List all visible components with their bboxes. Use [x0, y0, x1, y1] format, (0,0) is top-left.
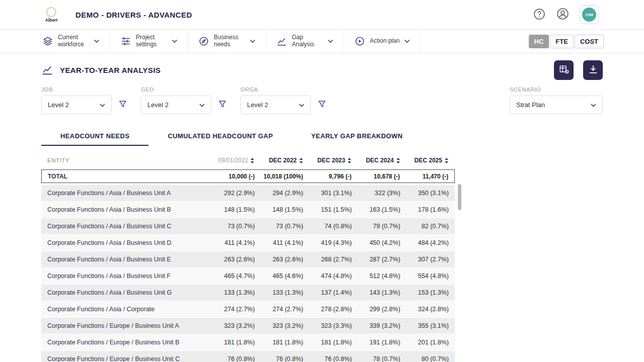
- nav-item-gap-analysis[interactable]: Gap Analysis: [266, 30, 344, 53]
- table-row[interactable]: Corporate Functions / Asia / Business Un…: [41, 285, 455, 301]
- nav-item-label: Action plan: [370, 38, 399, 45]
- workspace-avatar-button[interactable]: CSM: [580, 5, 599, 24]
- filter-group-geo: GEO Level 2: [141, 86, 230, 114]
- value-cell: 323 (3.3%): [309, 322, 358, 329]
- value-cell: 143 (1.3%): [358, 289, 406, 296]
- main-content: YEAR-TO-YEAR ANALYSIS: [0, 53, 644, 362]
- chevron-down-icon: [250, 39, 256, 43]
- nav-item-label: Project settings: [136, 34, 167, 48]
- chevron-down-icon: [328, 39, 334, 43]
- analysis-tabs: HEADCOUNT NEEDS CUMULATED HEADCOUNT GAP …: [41, 127, 603, 146]
- column-header-label: DEC 2025: [415, 157, 442, 164]
- table-row[interactable]: Corporate Functions / Europe / Business …: [41, 334, 455, 351]
- table-row[interactable]: Corporate Functions / Asia / Business Un…: [41, 185, 455, 202]
- entity-cell: Corporate Functions / Asia / Business Un…: [41, 223, 212, 230]
- entity-cell: Corporate Functions / Asia / Business Un…: [41, 256, 212, 263]
- value-cell: 181 (1.8%): [212, 339, 261, 346]
- geo-level-select[interactable]: Level 2: [141, 96, 211, 114]
- section-header: YEAR-TO-YEAR ANALYSIS: [41, 59, 603, 80]
- chevron-down-icon: [100, 101, 105, 109]
- workforce-layers-icon: [42, 36, 53, 47]
- geo-filter-button[interactable]: [215, 96, 230, 114]
- value-cell: 287 (2.7%): [358, 256, 406, 263]
- column-header-entity: ENTITY: [41, 157, 212, 163]
- tab-headcount-needs[interactable]: HEADCOUNT NEEDS: [41, 127, 148, 146]
- value-cell: 82 (0.7%): [407, 223, 455, 230]
- table-row[interactable]: Corporate Functions / Europe / Business …: [41, 318, 455, 334]
- value-cell: 339 (3.2%): [358, 322, 406, 329]
- help-button[interactable]: [533, 8, 546, 22]
- entity-cell: Corporate Functions / Asia / Business Un…: [41, 273, 212, 280]
- albert-logo[interactable]: Albert: [42, 7, 60, 23]
- line-chart-icon: [276, 36, 287, 47]
- filter-group-scenario: SCENARIO Strat Plan: [510, 86, 603, 114]
- nav-item-action-plan[interactable]: Action plan: [344, 30, 421, 53]
- value-cell: 133 (1.3%): [261, 289, 309, 296]
- table-row[interactable]: Corporate Functions / Asia / Business Un…: [41, 251, 455, 268]
- toggle-fte[interactable]: FTE: [550, 35, 574, 48]
- table-row[interactable]: Corporate Functions / Asia / Business Un…: [41, 202, 455, 218]
- nav-item-label: Business needs: [214, 34, 245, 48]
- header-actions: CSM: [533, 5, 599, 24]
- value-cell: 148 (1.5%): [261, 206, 309, 213]
- scenario-select[interactable]: Strat Plan: [510, 96, 603, 114]
- download-button[interactable]: [583, 60, 603, 80]
- table-settings-button[interactable]: [554, 60, 574, 80]
- value-cell: 292 (2.9%): [212, 190, 261, 197]
- value-cell: 10,018 (100%): [261, 173, 309, 180]
- table-row[interactable]: Corporate Functions / Asia / Corporate27…: [41, 301, 455, 318]
- value-cell: 299 (2.8%): [358, 306, 406, 313]
- orga-level-select[interactable]: Level 2: [240, 96, 311, 114]
- nav-item-current-workforce[interactable]: Current workforce: [42, 30, 110, 53]
- value-cell: 74 (0.8%): [309, 223, 358, 230]
- sort-icon: [396, 157, 400, 164]
- nav-item-project-settings[interactable]: Project settings: [110, 30, 188, 53]
- column-header-sortable[interactable]: 09/01/2022: [212, 157, 261, 164]
- chart-icon: [41, 64, 53, 76]
- value-cell: 76 (0.8%): [309, 355, 358, 362]
- filter-label: JOB: [41, 86, 130, 93]
- value-cell: 484 (4.2%): [407, 239, 455, 246]
- toggle-cost[interactable]: COST: [575, 35, 604, 48]
- select-value: Level 2: [147, 101, 169, 109]
- orga-filter-button[interactable]: [314, 96, 330, 114]
- tab-yearly-gap-breakdown[interactable]: YEARLY GAP BREAKDOWN: [292, 127, 422, 146]
- value-cell: 78 (0.7%): [358, 355, 406, 362]
- job-level-select[interactable]: Level 2: [41, 96, 112, 114]
- job-filter-button[interactable]: [115, 96, 130, 114]
- value-cell: 148 (1.5%): [212, 206, 261, 213]
- nav-item-business-needs[interactable]: Business needs: [188, 30, 266, 53]
- value-cell: 191 (1.8%): [358, 339, 406, 346]
- value-cell: 323 (3.2%): [212, 322, 261, 329]
- user-icon: [556, 7, 570, 22]
- value-cell: 322 (3%): [358, 190, 406, 197]
- value-cell: 465 (4.7%): [212, 273, 261, 280]
- value-cell: 307 (2.7%): [407, 256, 455, 263]
- value-cell: 411 (4.1%): [261, 239, 309, 246]
- sort-icon: [444, 157, 449, 164]
- column-header-sortable[interactable]: DEC 2022: [261, 157, 309, 164]
- table-row[interactable]: Corporate Functions / Asia / Business Un…: [41, 218, 455, 235]
- table-row[interactable]: Corporate Functions / Europe / Business …: [41, 351, 455, 362]
- table-header-row: ENTITY 09/01/2022 DEC 2022 DEC 2023: [41, 153, 455, 168]
- value-cell: 324 (2.8%): [407, 306, 455, 313]
- section-actions: [554, 60, 603, 80]
- entity-cell: TOTAL: [42, 173, 212, 180]
- tab-cumulated-headcount-gap[interactable]: CUMULATED HEADCOUNT GAP: [148, 127, 292, 146]
- table-scrollbar[interactable]: [458, 184, 461, 210]
- download-icon: [588, 64, 599, 76]
- column-header-label: DEC 2024: [366, 157, 393, 164]
- table-row[interactable]: Corporate Functions / Asia / Business Un…: [41, 235, 455, 251]
- value-cell: 201 (1.8%): [407, 339, 455, 346]
- play-circle-icon: [354, 36, 365, 47]
- column-header-sortable[interactable]: DEC 2024: [358, 157, 406, 164]
- chevron-down-icon: [199, 101, 205, 109]
- column-header-sortable[interactable]: DEC 2023: [309, 157, 358, 164]
- value-cell: 512 (4.8%): [358, 273, 406, 280]
- main-nav: Current workforce Project settings Busin…: [0, 30, 644, 53]
- table-row[interactable]: Corporate Functions / Asia / Business Un…: [41, 268, 455, 285]
- toggle-hc[interactable]: HC: [529, 35, 549, 48]
- column-header-sortable[interactable]: DEC 2025: [407, 157, 455, 164]
- account-button[interactable]: [556, 7, 570, 22]
- value-cell: 294 (2.9%): [261, 190, 309, 197]
